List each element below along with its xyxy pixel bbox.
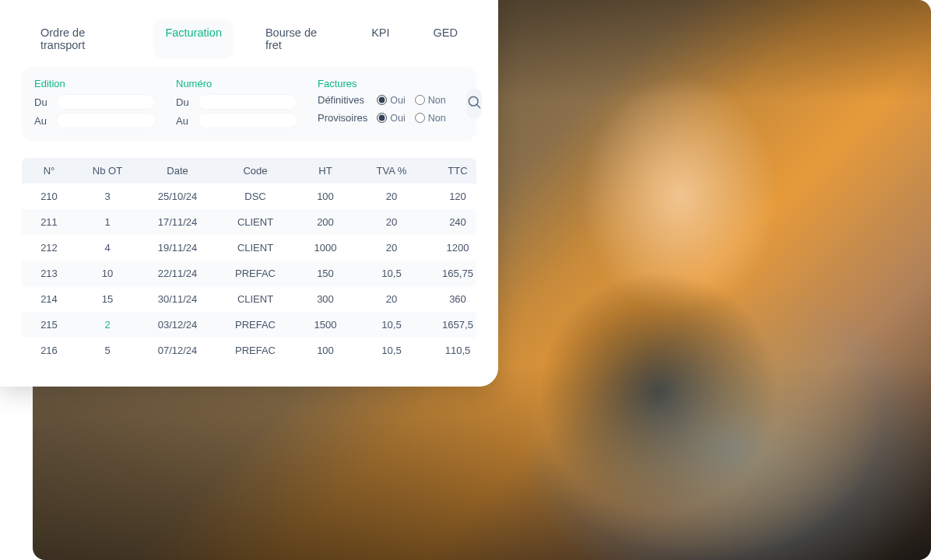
cell-no: 210 [22,191,76,202]
cell-nbot: 5 [76,345,139,356]
tab-facturation[interactable]: Facturation [154,20,233,58]
tab-kpi[interactable]: KPI [360,20,400,58]
cell-ht: 1500 [294,319,357,331]
cell-no: 211 [22,216,76,228]
table-row[interactable]: 215203/12/24PREFAC150010,51657,5 [22,312,476,338]
cell-tva: 20 [357,242,427,254]
cell-ttc: 1657,5 [427,319,489,331]
provisoires-non-radio[interactable]: Non [415,113,446,124]
col-header-nbot: Nb OT [76,165,139,177]
radio-no-label-2: Non [428,113,446,124]
cell-ttc: 165,75 [427,268,489,279]
cell-code: PREFAC [216,319,294,331]
billing-panel: Ordre de transport Facturation Bourse de… [0,0,498,387]
cell-nbot: 1 [76,216,139,228]
cell-ttc: 1200 [427,242,489,254]
cell-nbot[interactable]: 2 [76,319,139,331]
cell-tva: 10,5 [357,268,427,279]
cell-code: CLIENT [216,216,294,228]
edition-from-label: Du [34,96,50,108]
col-header-tva: TVA % [357,165,427,177]
cell-ht: 300 [294,293,357,305]
col-header-no: N° [22,165,76,177]
cell-ttc: 110,5 [427,345,489,356]
radio-no-label: Non [428,95,446,106]
definitives-non-input[interactable] [415,95,425,105]
cell-ttc: 360 [427,293,489,305]
cell-date: 25/10/24 [139,191,216,202]
cell-date: 19/11/24 [139,242,216,254]
definitives-non-radio[interactable]: Non [415,95,446,106]
cell-code: CLIENT [216,242,294,254]
provisoires-non-input[interactable] [415,113,425,123]
col-header-ttc: TTC [427,165,489,177]
radio-yes-label-2: Oui [390,113,405,124]
table-header-row: N° Nb OT Date Code HT TVA % TTC [22,158,476,184]
cell-ttc: 240 [427,216,489,228]
col-header-code: Code [216,165,294,177]
cell-no: 215 [22,319,76,331]
cell-nbot: 15 [76,293,139,305]
col-header-date: Date [139,165,216,177]
edition-to-input[interactable] [56,113,156,128]
tab-bourse-de-fret[interactable]: Bourse de fret [255,20,339,58]
cell-tva: 10,5 [357,319,427,331]
definitives-oui-input[interactable] [377,95,387,105]
cell-tva: 10,5 [357,345,427,356]
definitives-oui-radio[interactable]: Oui [377,95,405,106]
cell-no: 214 [22,293,76,305]
cell-nbot: 3 [76,191,139,202]
numero-to-input[interactable] [198,113,297,128]
cell-date: 17/11/24 [139,216,216,228]
search-button[interactable] [466,88,482,119]
cell-ht: 1000 [294,242,357,254]
filter-bar: Edition Du Au Numéro Du Au Factures [22,67,476,141]
cell-date: 22/11/24 [139,268,216,279]
provisoires-oui-input[interactable] [377,113,387,123]
tab-ordre-de-transport[interactable]: Ordre de transport [30,20,132,58]
table-row[interactable]: 2141530/11/24CLIENT30020360 [22,286,476,312]
numero-to-label: Au [176,115,191,127]
cell-tva: 20 [357,191,427,202]
tab-ged[interactable]: GED [423,20,469,58]
cell-nbot: 4 [76,242,139,254]
cell-ttc: 120 [427,191,489,202]
cell-ht: 100 [294,191,357,202]
cell-code: CLIENT [216,293,294,305]
filter-title-factures: Factures [318,78,446,89]
cell-code: PREFAC [216,268,294,279]
cell-tva: 20 [357,293,427,305]
cell-ht: 100 [294,345,357,356]
cell-date: 03/12/24 [139,319,216,331]
filter-group-edition: Edition Du Au [34,78,156,128]
cell-date: 30/11/24 [139,293,216,305]
cell-tva: 20 [357,216,427,228]
filter-group-numero: Numéro Du Au [176,78,297,128]
cell-code: PREFAC [216,345,294,356]
table-row[interactable]: 212419/11/24CLIENT1000201200 [22,235,476,261]
table-row[interactable]: 2131022/11/24PREFAC15010,5165,75 [22,261,476,286]
filter-title-edition: Edition [34,78,156,89]
numero-from-label: Du [176,96,191,108]
cell-ht: 150 [294,268,357,279]
filter-title-numero: Numéro [176,78,297,89]
edition-from-input[interactable] [56,94,156,110]
svg-line-1 [476,104,480,107]
table-row[interactable]: 216507/12/24PREFAC10010,5110,5 [22,338,476,363]
invoice-table: N° Nb OT Date Code HT TVA % TTC 210325/1… [22,158,476,363]
cell-code: DSC [216,191,294,202]
table-body: 210325/10/24DSC10020120211117/11/24CLIEN… [22,184,476,363]
provisoires-oui-radio[interactable]: Oui [377,113,405,124]
table-row[interactable]: 211117/11/24CLIENT20020240 [22,209,476,235]
cell-no: 213 [22,268,76,279]
tab-bar: Ordre de transport Facturation Bourse de… [22,14,476,58]
table-row[interactable]: 210325/10/24DSC10020120 [22,184,476,209]
cell-date: 07/12/24 [139,345,216,356]
radio-yes-label: Oui [390,95,405,106]
cell-no: 216 [22,345,76,356]
edition-to-label: Au [34,115,50,127]
cell-no: 212 [22,242,76,254]
provisoires-label: Provisoires [318,112,367,124]
numero-from-input[interactable] [198,94,297,110]
definitives-label: Définitives [318,94,367,106]
